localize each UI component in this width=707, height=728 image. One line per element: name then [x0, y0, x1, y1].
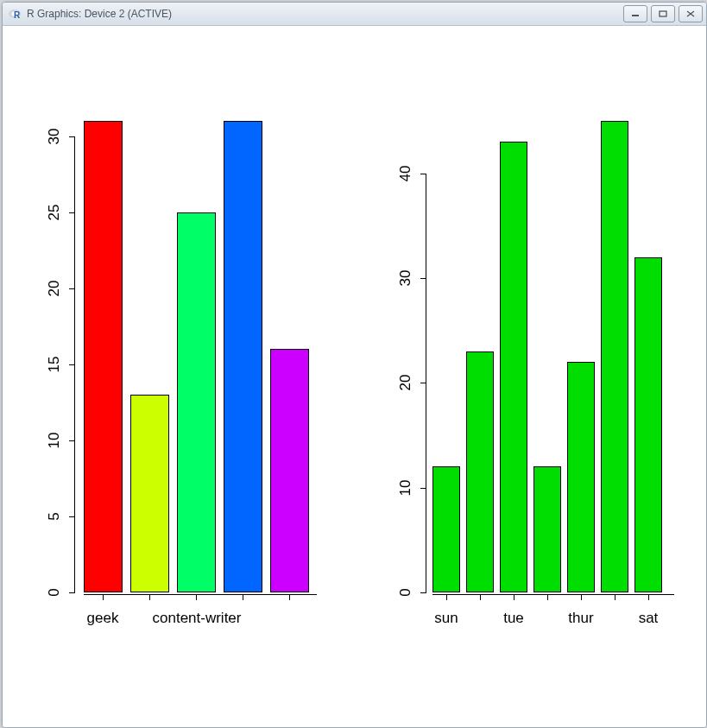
chart-right-yticklabel-30: 30 [397, 265, 414, 291]
chart-right-xtick-tue [514, 594, 514, 600]
chart-right-yticklabel-0: 0 [397, 584, 414, 601]
titlebar[interactable]: R R Graphics: Device 2 (ACTIVE) [3, 3, 706, 26]
chart-left-xtick-3 [196, 594, 197, 600]
chart-left-yticklabel-10: 10 [46, 427, 63, 453]
chart-right-ytick-10 [420, 488, 426, 489]
chart-left-ytick-5 [69, 516, 75, 517]
close-button[interactable] [679, 5, 703, 22]
chart-right-xticklabel-thur: thur [559, 610, 603, 627]
minimize-button[interactable] [623, 5, 647, 22]
chart-right-bar-thur [567, 362, 595, 592]
chart-right-ytick-20 [420, 383, 426, 383]
chart-right-xticklabel-sat: sat [627, 610, 670, 627]
app-window: R R Graphics: Device 2 (ACTIVE) [2, 2, 707, 728]
svg-rect-3 [632, 15, 639, 16]
plot-canvas: 0 5 10 15 20 25 30 geek content-writer [3, 26, 706, 727]
chart-left-bar-2 [130, 395, 169, 592]
chart-left-xticklabel-2: content-writer [141, 610, 253, 627]
chart-right-yticklabel-20: 20 [397, 370, 414, 396]
chart-right-yticklabel-10: 10 [397, 475, 414, 501]
chart-right: 0 10 20 30 40 sun tue thur sat [354, 26, 705, 727]
chart-right-xtick-fri [615, 594, 615, 600]
chart-left-yticklabel-0: 0 [46, 584, 63, 601]
chart-left-xtick-1 [103, 594, 104, 600]
chart-left-ytick-15 [69, 364, 75, 365]
chart-right-bar-mon [466, 351, 494, 592]
chart-right-x-axis [432, 594, 674, 595]
chart-right-plot [427, 121, 681, 592]
chart-left-ytick-30 [69, 136, 75, 137]
chart-right-xtick-wed [547, 594, 548, 600]
svg-text:R: R [14, 10, 21, 20]
chart-right-bar-wed [533, 466, 561, 592]
chart-right-xtick-sun [446, 594, 447, 600]
chart-right-bar-sat [634, 257, 662, 592]
chart-right-bar-tue [500, 142, 527, 592]
chart-left-bar-5 [270, 349, 309, 592]
chart-left-yticklabel-20: 20 [46, 275, 63, 301]
chart-left-xtick-5 [289, 594, 290, 600]
chart-left-xtick-2 [149, 594, 150, 600]
chart-right-ytick-30 [420, 278, 426, 279]
chart-left-ytick-25 [69, 212, 75, 213]
chart-right-xticklabel-sun: sun [425, 610, 468, 627]
chart-right-ytick-0 [420, 592, 426, 593]
chart-left-bar-4 [224, 121, 262, 592]
window-title: R Graphics: Device 2 (ACTIVE) [27, 8, 172, 20]
chart-right-xtick-sat [648, 594, 649, 600]
chart-left-ytick-10 [69, 440, 75, 441]
chart-left-xtick-4 [243, 594, 243, 600]
chart-right-bar-fri [601, 121, 628, 592]
chart-right-yticklabel-40: 40 [397, 161, 414, 187]
maximize-button[interactable] [651, 5, 675, 22]
r-logo-icon: R [8, 7, 22, 21]
chart-right-ytick-40 [420, 174, 426, 174]
chart-left-ytick-0 [69, 592, 75, 593]
chart-right-xticklabel-tue: tue [492, 610, 535, 627]
window-controls [623, 5, 703, 22]
chart-left-x-axis [84, 594, 317, 595]
svg-rect-4 [660, 11, 666, 16]
chart-right-xtick-mon [480, 594, 481, 600]
chart-left-yticklabel-25: 25 [46, 199, 63, 225]
chart-left-ytick-20 [69, 288, 75, 289]
chart-left-bar-3 [177, 212, 216, 592]
chart-left-yticklabel-15: 15 [46, 351, 63, 377]
chart-left-xticklabel-1: geek [68, 610, 137, 627]
chart-left-bar-1 [84, 121, 123, 592]
chart-right-xtick-thur [581, 594, 582, 600]
chart-left: 0 5 10 15 20 25 30 geek content-writer [3, 26, 354, 727]
chart-left-plot [76, 121, 330, 592]
chart-right-bar-sun [432, 466, 460, 592]
chart-left-yticklabel-30: 30 [46, 123, 63, 149]
chart-left-yticklabel-5: 5 [46, 508, 63, 525]
